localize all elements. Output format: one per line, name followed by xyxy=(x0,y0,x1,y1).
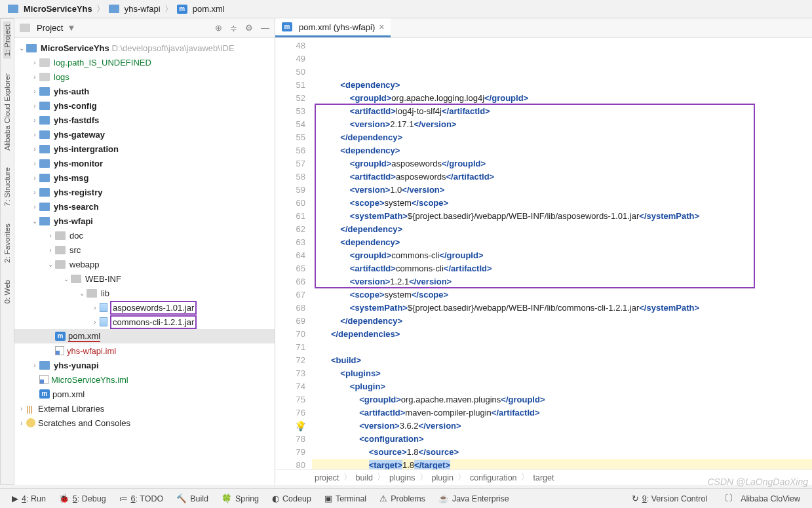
debug-tool[interactable]: 🐞 5: Debug xyxy=(54,494,111,503)
version-control-tool[interactable]: ↻ 9: Version Control xyxy=(627,494,712,503)
tree-module-wfapi[interactable]: ⌄yhs-wfapi xyxy=(14,214,275,228)
chevron-down-icon[interactable]: ▼ xyxy=(67,23,75,33)
spring-tool[interactable]: 🍀 Spring xyxy=(216,494,264,503)
tree-item[interactable]: ›yhs-fastdfs xyxy=(14,113,275,127)
watermark: CSDN @LaOngDaoXing xyxy=(707,477,808,487)
problems-tool[interactable]: ⚠ Problems xyxy=(374,494,431,503)
tree-folder-src[interactable]: ›src xyxy=(14,243,275,257)
rail-structure[interactable]: 7: Structure xyxy=(3,165,11,208)
tree-item[interactable]: ›logs xyxy=(14,69,275,84)
tree-item[interactable]: ›log.path_IS_UNDEFINED xyxy=(14,55,275,69)
alibaba-cloud-tool[interactable]: 〔〕 Alibaba CloView xyxy=(715,493,805,504)
project-header: Project ▼ ⊕ ≑ ⚙ — xyxy=(14,18,275,38)
jar-icon xyxy=(100,303,107,312)
tree-item[interactable]: ›yhs-registry xyxy=(14,185,275,199)
crumb-build[interactable]: build xyxy=(356,473,373,482)
nav-file[interactable]: mpom.xml xyxy=(174,4,227,14)
maven-icon: m xyxy=(177,5,187,14)
tree-module-yunapi[interactable]: ›yhs-yunapi xyxy=(14,358,275,372)
tree-item[interactable]: ›yhs-auth xyxy=(14,84,275,98)
scroll-from-source-icon[interactable]: ⊕ xyxy=(215,23,222,33)
chevron-right-icon: 〉 xyxy=(164,3,173,15)
jar-icon xyxy=(100,317,107,326)
external-libraries-icon: ||| xyxy=(26,404,35,413)
gear-icon[interactable]: ⚙ xyxy=(245,23,253,33)
nav-module[interactable]: yhs-wfapi xyxy=(106,4,163,14)
tree-file-pom[interactable]: mpom.xml xyxy=(14,329,275,343)
tree-folder-lib[interactable]: ⌄lib xyxy=(14,286,275,300)
scratches-icon xyxy=(26,418,35,427)
tree-file-root-pom[interactable]: mpom.xml xyxy=(14,387,275,401)
crumb-project[interactable]: project xyxy=(315,473,339,482)
crumb-plugins[interactable]: plugins xyxy=(389,473,416,482)
project-tool-window: Project ▼ ⊕ ≑ ⚙ — ⌄ MicroServiceYhs D:\d… xyxy=(14,18,275,485)
editor-tab-active[interactable]: m pom.xml (yhs-wfapi) × xyxy=(275,18,391,37)
tree-folder-webinf[interactable]: ⌄WEB-INF xyxy=(14,271,275,286)
hide-icon[interactable]: — xyxy=(261,23,269,33)
todo-tool[interactable]: ≔ 6: TODO xyxy=(114,494,169,503)
build-tool[interactable]: 🔨 Build xyxy=(171,494,214,503)
intention-bulb-icon[interactable]: 💡 xyxy=(295,420,306,433)
tree-jar-row[interactable]: ›commons-cli-1.2.1.jar xyxy=(14,315,275,329)
project-view-icon xyxy=(20,24,30,32)
iml-icon xyxy=(55,346,64,355)
tree-item[interactable]: ›yhs-msg xyxy=(14,170,275,185)
chevron-right-icon: 〉 xyxy=(96,3,105,15)
nav-root[interactable]: MicroServiceYhs xyxy=(5,4,95,14)
close-tab-icon[interactable]: × xyxy=(379,22,384,32)
tree-scratches[interactable]: ›Scratches and Consoles xyxy=(14,416,275,430)
rail-project[interactable]: 1: Project xyxy=(3,22,11,59)
editor-panel: m pom.xml (yhs-wfapi) × 4849505152535455… xyxy=(275,18,812,485)
tree-item[interactable]: ›yhs-monitor xyxy=(14,156,275,170)
tree-folder-doc[interactable]: ›doc xyxy=(14,228,275,243)
tree-jar-row[interactable]: ›asposewords-1.01.jar xyxy=(14,300,275,315)
editor-tabs: m pom.xml (yhs-wfapi) × xyxy=(275,18,812,38)
crumb-configuration[interactable]: configuration xyxy=(470,473,517,482)
maven-icon: m xyxy=(282,22,292,31)
tree-file-root-iml[interactable]: MicroServiceYhs.iml xyxy=(14,372,275,387)
run-tool[interactable]: ▶ 4: Run xyxy=(7,494,51,503)
codeup-tool[interactable]: ◐ Codeup xyxy=(267,494,317,503)
crumb-plugin[interactable]: plugin xyxy=(432,473,454,482)
iml-icon xyxy=(39,375,48,384)
tree-item[interactable]: ›yhs-search xyxy=(14,199,275,214)
tree-item[interactable]: ›yhs-intergration xyxy=(14,142,275,156)
terminal-tool[interactable]: ▣ Terminal xyxy=(319,494,372,503)
rail-alibaba-explorer[interactable]: Alibaba Cloud Explorer xyxy=(3,71,11,153)
tree-item[interactable]: ›yhs-gateway xyxy=(14,127,275,142)
tree-external-libraries[interactable]: ›|||External Libraries xyxy=(14,401,275,416)
tab-title: pom.xml (yhs-wfapi) xyxy=(299,22,375,32)
bottom-tool-bar: ▶ 4: Run 🐞 5: Debug ≔ 6: TODO 🔨 Build 🍀 … xyxy=(0,488,812,508)
java-ee-tool[interactable]: ☕ Java Enterprise xyxy=(433,494,514,503)
project-tree[interactable]: ⌄ MicroServiceYhs D:\developsoft\java\ja… xyxy=(14,38,275,485)
maven-icon: m xyxy=(55,332,66,341)
collapse-all-icon[interactable]: ≑ xyxy=(230,23,237,33)
project-dropdown[interactable]: Project xyxy=(37,23,63,33)
navigation-bar: MicroServiceYhs 〉 yhs-wfapi 〉 mpom.xml xyxy=(0,0,812,18)
tree-item[interactable]: ›yhs-config xyxy=(14,98,275,113)
line-gutter: 4849505152535455565758596061626364656667… xyxy=(275,38,312,469)
crumb-target[interactable]: target xyxy=(533,473,554,482)
rail-favorites[interactable]: 2: Favorites xyxy=(3,221,11,265)
left-tool-rail: 1: Project Alibaba Cloud Explorer 7: Str… xyxy=(0,18,14,485)
maven-icon: m xyxy=(39,389,50,399)
code-editor[interactable]: 4849505152535455565758596061626364656667… xyxy=(275,38,812,469)
tree-file-iml[interactable]: yhs-wfapi.iml xyxy=(14,343,275,358)
rail-web[interactable]: 0: Web xyxy=(3,277,11,306)
code-content[interactable]: <dependency> <groupId>org.apache.logging… xyxy=(312,38,812,469)
tree-root[interactable]: ⌄ MicroServiceYhs D:\developsoft\java\ja… xyxy=(14,41,275,55)
tree-folder-webapp[interactable]: ⌄webapp xyxy=(14,257,275,271)
